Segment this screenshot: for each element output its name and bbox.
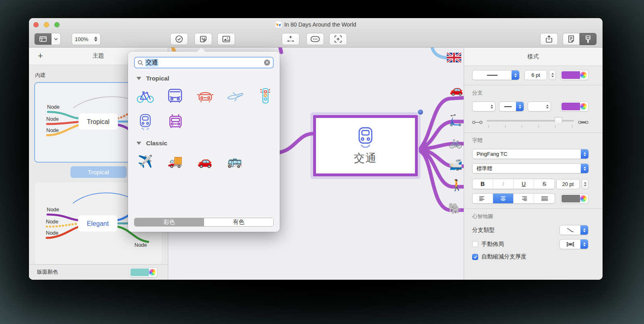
branch-type-label: 分支類型 [472,227,495,234]
chevron-down-icon [54,38,58,40]
font-family-popup[interactable]: PingFang TC [472,149,589,159]
focus-mode-button[interactable] [329,33,347,45]
sticker-button[interactable] [194,33,212,45]
slider-thumb[interactable] [555,117,562,125]
color-wheel-icon[interactable] [580,195,587,202]
sticker-bus-classic[interactable]: 🚌 [226,152,244,170]
sticker-airplane-classic[interactable]: ✈️ [136,152,154,170]
font-section-label: 字體 [472,137,588,144]
thick-branch-icon [578,120,588,125]
child-node-scooter[interactable]: 🛴 [449,115,462,126]
color-wheel-icon[interactable] [580,103,587,110]
align-right-button[interactable] [514,194,534,203]
align-justify-button[interactable] [534,194,555,203]
branch-section-label: 分支 [472,89,588,97]
branch-width-slider[interactable] [487,117,574,128]
child-node-pedestrian[interactable]: 🚶 [450,180,464,191]
font-style-popup[interactable]: 標準體 [472,163,589,173]
italic-button[interactable]: I [493,179,514,189]
strikethrough-button[interactable]: S [534,179,555,189]
subway-icon [355,126,376,149]
manual-layout-checkbox[interactable] [472,241,478,247]
sticker-traffic-light[interactable] [257,87,274,105]
zoom-level: 100% [75,36,88,42]
svg-text:Node: Node [46,230,58,236]
stroke-color-well[interactable] [560,70,588,80]
sticker-search-input[interactable]: 交通 ✕ [134,57,274,68]
svg-text:Node: Node [46,116,59,122]
disclosure-triangle-icon[interactable] [136,77,141,80]
selected-node[interactable]: 交通 [313,115,418,176]
sticker-car-classic[interactable]: 🚗 [196,152,214,170]
align-center-button[interactable] [493,194,514,203]
zoom-stepper[interactable]: 100% [72,33,101,45]
clear-search-icon[interactable]: ✕ [264,60,270,66]
add-node-button[interactable] [282,33,299,45]
sticker-airplane-tropical[interactable] [227,87,244,105]
child-node-bicycle[interactable]: 🚲 [449,137,462,148]
selected-theme-pill[interactable]: Tropical [70,166,127,178]
focus-frame-icon [334,35,342,43]
tinted-segment[interactable]: 有色 [204,218,274,226]
inspector-title: 樣式 [464,47,602,66]
more-options-button[interactable] [306,33,324,45]
branch-type-popup[interactable] [559,225,588,235]
color-wheel-icon[interactable] [149,269,156,276]
sidebar-toggle-button[interactable] [34,33,61,45]
sidebar-title: 主題 [93,52,104,60]
auto-thin-label: 自動縮減分支厚度 [481,253,526,260]
node-drag-handle[interactable] [417,109,424,116]
font-color-well[interactable] [560,194,588,204]
child-node-car[interactable]: 🚗 [450,85,463,95]
alignment-segmented [472,193,555,204]
section-title: Classic [146,140,167,147]
sticker-bus-tropical[interactable] [167,87,184,105]
add-node-icon [286,35,295,43]
theme-preview-title: Tropical [87,118,109,125]
svg-text:Node: Node [46,127,59,133]
app-window: In 80 Days Around the World 100% [29,18,603,280]
underline-button[interactable]: U [514,179,534,189]
image-icon [222,35,230,43]
font-size-field[interactable]: 20 pt [556,179,580,189]
svg-text:Node: Node [46,219,58,225]
color-wheel-icon[interactable] [580,72,587,78]
share-button[interactable] [540,33,558,45]
format-inspector-button[interactable] [580,33,597,45]
mindmap-section-label: 心智地圖 [472,213,588,220]
layout-direction-popup[interactable] [559,239,588,249]
toolbar: 100% [29,32,603,47]
checkmark-circle-icon [175,35,183,43]
branch-start-popup[interactable] [472,101,495,111]
branch-style-popup[interactable] [499,101,524,111]
titlebar: In 80 Days Around the World [29,18,603,32]
sticker-trolleybus[interactable] [167,113,184,131]
canvas-color-label: 版面顏色 [37,268,58,276]
branch-end-popup[interactable] [528,101,551,111]
bold-button[interactable]: B [473,179,493,189]
sticker-subway[interactable] [136,113,154,131]
image-button[interactable] [217,33,235,45]
disclosure-triangle-icon[interactable] [136,142,141,145]
align-left-button[interactable] [473,194,493,203]
auto-thin-checkbox[interactable] [472,254,478,260]
font-size-stepper[interactable] [582,179,588,189]
stroke-style-popup[interactable] [472,70,520,80]
sticker-car-tropical[interactable] [196,87,214,105]
task-button[interactable] [170,33,188,45]
branch-color-well[interactable] [560,101,588,111]
child-node-elephant[interactable]: 🐘 [448,203,462,214]
stroke-width-stepper[interactable] [549,70,556,80]
colored-segment[interactable]: 彩色 [134,218,204,226]
child-node-train[interactable]: 🚅 [449,159,462,170]
notes-button[interactable] [563,33,580,45]
section-title: Tropical [146,75,169,82]
sticker-smiley-icon [199,35,207,43]
sticker-bicycle[interactable] [136,87,154,105]
add-theme-button[interactable]: + [38,52,43,60]
thin-branch-icon [472,120,483,125]
canvas-color-well[interactable] [129,267,157,277]
stroke-width-field[interactable]: 6 pt [524,70,547,80]
sticker-truck-classic[interactable]: 🚚 [166,152,184,170]
notes-icon [568,35,575,43]
